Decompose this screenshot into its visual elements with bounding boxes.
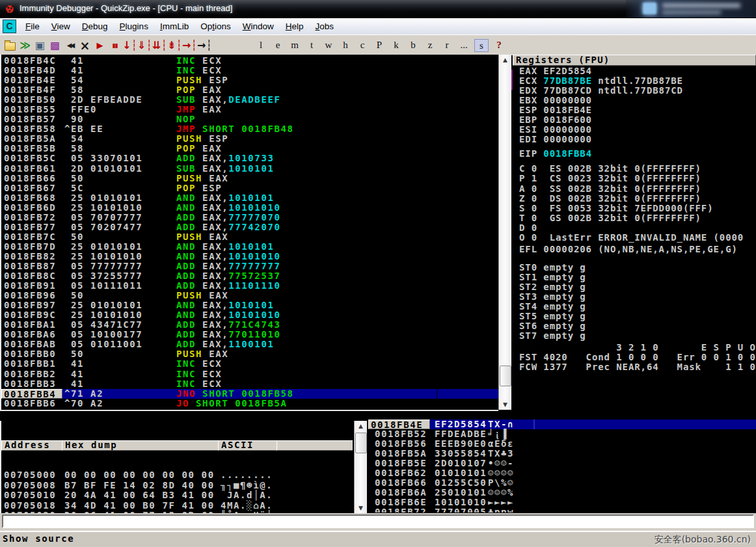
disasm-row[interactable]: 0018FB87 05 77777777ADD EAX,77777777 — [1, 261, 498, 271]
register-line[interactable]: ST1 empty g — [519, 273, 756, 282]
dump-header-hex[interactable]: Hex dump — [62, 440, 219, 451]
disasm-scrollbar[interactable]: ▲ ▼ — [498, 55, 511, 410]
disasm-row[interactable]: 0018FB68 25 01010101AND EAX,1010101 — [1, 193, 498, 203]
disasm-row[interactable]: 0018FB72 05 70707777ADD EAX,77777070 — [1, 213, 498, 222]
help-button[interactable]: ? — [491, 40, 507, 51]
scroll-thumb[interactable] — [500, 366, 511, 386]
menu-window[interactable]: Window — [237, 19, 280, 34]
scroll-up-icon[interactable]: ▲ — [499, 55, 511, 65]
register-line[interactable]: EAX EF2D5854 — [519, 66, 756, 76]
register-line[interactable]: FCW 1377 Prec NEAR,64 Mask 1 1 0 — [519, 362, 756, 372]
call-stack-button[interactable]: k — [388, 40, 405, 51]
disasm-row[interactable]: 0018FB5B 58POP EAX — [1, 144, 498, 153]
register-line[interactable]: ESP 0018FB4E — [519, 105, 756, 115]
disasm-row[interactable]: 0018FBB2 41INC ECX — [1, 369, 498, 379]
scroll-down-icon[interactable]: ▼ — [499, 399, 511, 410]
disasm-row[interactable]: 0018FB4C 41INC ECX — [1, 56, 498, 66]
disasm-row[interactable]: 0018FB5C 05 33070101ADD EAX,1010733 — [1, 153, 498, 163]
register-line[interactable]: EDX 77DB87CD ntdll.77DB87CD — [519, 86, 756, 96]
log-button[interactable]: l — [252, 40, 269, 51]
threads-button[interactable]: t — [303, 40, 320, 51]
pause-icon[interactable]: ▮▮ — [107, 37, 122, 54]
disasm-row[interactable]: 0018FB58^EB EEJMP SHORT 0018FB48 — [1, 124, 498, 134]
menu-debug[interactable]: Debug — [76, 19, 114, 34]
disasm-row[interactable]: 0018FB91 05 10111011ADD EAX,11101110 — [1, 281, 498, 291]
disasm-row[interactable]: 0018FB61 2D 01010101SUB EAX,1010101 — [1, 164, 498, 174]
register-line[interactable]: ST7 empty g — [519, 331, 756, 341]
register-line[interactable]: ST2 empty g — [519, 282, 756, 292]
modules-button[interactable]: e — [269, 40, 286, 51]
animate-into-icon[interactable]: ⇊┆ — [152, 37, 167, 54]
cpu-window-icon[interactable]: C — [3, 20, 16, 33]
dump-header-ascii[interactable]: ASCII — [218, 440, 278, 451]
disasm-row[interactable]: 0018FB5A 54PUSH ESP — [1, 134, 498, 144]
stack-row[interactable]: 0018FB6A25010101☺☺☺% — [368, 488, 756, 498]
disasm-row[interactable]: 0018FB77 05 70207477ADD EAX,77742070 — [1, 222, 498, 232]
menu-file[interactable]: File — [20, 19, 46, 34]
dump-row[interactable]: 00705008B7 BF FE 14 02 8D 40 00╖┐■¶☻ì@. — [1, 481, 353, 491]
disasm-row[interactable]: 0018FB97 25 01010101AND EAX,1010101 — [1, 300, 498, 310]
disasm-row[interactable]: 0018FB50 2D EFBEADDESUB EAX,DEADBEEF — [1, 95, 498, 105]
breakpoints-button[interactable]: b — [405, 40, 422, 51]
title-bar[interactable]: Immunity Debugger - QuickZip.exe - [CPU … — [0, 0, 756, 19]
handles-button[interactable]: h — [337, 40, 354, 51]
stack-row[interactable]: 0018FB7277707005♣ppw — [368, 507, 756, 513]
disasm-row[interactable]: 0018FB4E 54PUSH ESP — [1, 75, 498, 85]
register-line[interactable]: EDI 00000000 — [519, 135, 756, 144]
register-line[interactable]: S 0 FS 0053 32bit 7EFDD000(FFF) — [519, 204, 756, 213]
step-into-icon[interactable]: ↓┆ — [122, 37, 137, 54]
disasm-row[interactable]: 0018FB96 50PUSH EAX — [1, 291, 498, 300]
disasm-row[interactable]: 0018FBB6^70 A2JO SHORT 0018FB5A — [1, 399, 498, 408]
menu-immlib[interactable]: ImmLib — [154, 19, 195, 34]
disasm-row[interactable]: 0018FBB1 41INC ECX — [1, 359, 498, 369]
register-line[interactable]: ECX 77DB87BE ntdll.77DB87BE — [519, 76, 756, 86]
scroll-up-icon[interactable]: ▲ — [355, 421, 367, 431]
disasm-row[interactable]: 0018FB8C 05 37255777ADD EAX,77572537 — [1, 271, 498, 281]
patches-button[interactable]: P — [371, 40, 388, 51]
menu-help[interactable]: Help — [280, 19, 310, 34]
register-line[interactable]: C 0 ES 002B 32bit 0(FFFFFFFF) — [519, 164, 756, 174]
disasm-row[interactable]: 0018FB4F 58POP EAX — [1, 85, 498, 95]
registers-pane[interactable]: Registers (FPU) EAX EF2D5854ECX 77DB87BE… — [513, 55, 756, 420]
dump-pane[interactable]: Address Hex dump ASCII 0070500000 00 00 … — [0, 421, 353, 513]
register-line[interactable]: A 0 SS 002B 32bit 0(FFFFFFFF) — [519, 184, 756, 194]
rewind-icon[interactable]: ◀◀ — [62, 37, 77, 54]
disasm-row[interactable]: 0018FB66 50PUSH EAX — [1, 174, 498, 183]
disasm-row[interactable]: 0018FB7D 25 01010101AND EAX,1010101 — [1, 242, 498, 252]
open-file-icon[interactable] — [3, 37, 18, 54]
patches-window-icon[interactable]: ▩ — [47, 37, 62, 54]
run-trace-button[interactable]: ... — [455, 40, 472, 51]
stack-row[interactable]: 0018FB56EEEB90E0αÉδε — [368, 439, 756, 449]
menu-plugins[interactable]: Plugins — [114, 19, 154, 34]
disasm-row[interactable]: 0018FBA1 05 43471C77ADD EAX,771C4743 — [1, 320, 498, 330]
register-line[interactable]: D 0 — [519, 223, 756, 233]
menu-options[interactable]: Options — [195, 19, 237, 34]
disasm-row[interactable]: 0018FBB3 41INC ECX — [1, 379, 498, 389]
execute-till-return-icon[interactable]: →┆ — [182, 37, 197, 54]
references-button[interactable]: r — [439, 40, 455, 51]
register-line[interactable]: ST5 empty g — [519, 312, 756, 321]
register-line[interactable]: ST3 empty g — [519, 292, 756, 302]
register-line[interactable]: EFL 00000206 (NO,NB,NE,A,NS,PE,GE,G) — [519, 245, 756, 254]
memory-button[interactable]: m — [286, 40, 303, 51]
stack-row[interactable]: 0018FB5E2D010107•☺☺- — [368, 459, 756, 468]
stack-pane[interactable]: 0018FB4EEF2D5854TX-∩0018FB52FFDEADBE╛¡▐ … — [368, 420, 756, 513]
register-line[interactable]: Z 0 DS 002B 32bit 0(FFFFFFFF) — [519, 194, 756, 204]
register-line[interactable]: ST4 empty g — [519, 302, 756, 312]
z-button[interactable]: z — [422, 40, 439, 51]
dump-header-address[interactable]: Address — [1, 440, 63, 451]
disasm-row[interactable]: 0018FB57 90NOP — [1, 114, 498, 124]
stack-row[interactable]: 0018FB5A33055854TX♣3 — [368, 449, 756, 459]
register-line[interactable]: ST0 empty g — [519, 263, 756, 273]
register-line[interactable]: ST6 empty g — [519, 321, 756, 331]
disasm-row[interactable]: 0018FBAB 05 01011001ADD EAX,1100101 — [1, 340, 498, 349]
disasm-row[interactable]: 0018FB9C 25 10101010AND EAX,10101010 — [1, 310, 498, 320]
attach-icon[interactable]: ≫ — [18, 37, 33, 54]
script-button[interactable]: s — [474, 39, 489, 52]
disasm-row[interactable]: 0018FB4D 41INC ECX — [1, 66, 498, 75]
disasm-row[interactable]: 0018FB6D 25 10101010AND EAX,10101010 — [1, 203, 498, 213]
step-over-icon[interactable]: ⇓┆ — [137, 37, 152, 54]
disasm-row[interactable]: 0018FBB4^71 A2JNO SHORT 0018FB58 — [1, 389, 498, 399]
run-icon[interactable]: ▶ — [92, 37, 107, 54]
windows-button[interactable]: w — [320, 40, 337, 51]
